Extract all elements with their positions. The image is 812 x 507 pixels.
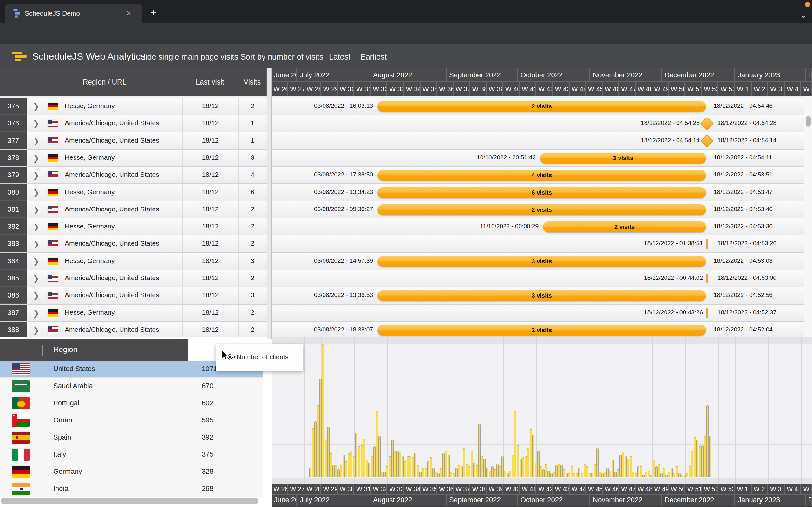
browser-tab[interactable]: ScheduleJS Demo × — [5, 4, 142, 23]
axis-week-W27: W 27 — [288, 82, 305, 96]
visits-bar[interactable]: 3 visits — [377, 256, 706, 267]
visits-value: 2 — [238, 274, 267, 282]
table-row[interactable]: 375❯Hesse, Germany18/12203/08/2022 - 16:… — [0, 98, 804, 115]
menu-item-latest[interactable]: Latest — [329, 52, 351, 61]
expand-chevron-icon[interactable]: ❯ — [33, 291, 39, 300]
milestone-diamond[interactable] — [700, 134, 714, 147]
histogram-bar — [545, 464, 547, 477]
expand-chevron-icon[interactable]: ❯ — [33, 102, 39, 111]
table-row[interactable]: 377❯America/Chicago, United States18/121… — [0, 132, 804, 150]
bar-end-label: 18/12/2022 - 04:53:46 — [714, 206, 804, 213]
clients-count: 1071 — [202, 365, 217, 373]
visits-bar[interactable]: 4 visits — [377, 170, 706, 181]
histogram-bar — [576, 473, 578, 477]
axis-week-W1: W 1 — [735, 82, 752, 96]
milestone-diamond[interactable] — [700, 117, 714, 130]
histogram-bar — [673, 473, 675, 477]
table-row[interactable]: 382❯Hesse, Germany18/12211/10/2022 - 00:… — [0, 218, 804, 236]
expand-chevron-icon[interactable]: ❯ — [33, 257, 39, 266]
histogram-bar — [476, 465, 478, 477]
milestone-start-label: 18/12/2022 - 04:54:28 — [605, 119, 700, 126]
table-row[interactable]: 384❯Hesse, Germany18/12303/08/2022 - 14:… — [0, 253, 804, 270]
visits-bar[interactable]: 2 visits — [377, 101, 706, 112]
expand-chevron-icon[interactable]: ❯ — [33, 154, 39, 163]
region-row-spain[interactable]: Spain392 — [0, 429, 263, 446]
table-row[interactable]: 387❯Hesse, Germany18/12218/12/2022 - 00:… — [0, 304, 804, 322]
visits-bar[interactable]: 2 visits — [377, 205, 706, 215]
axis-bottom-week-W3: W 3 — [768, 484, 785, 495]
table-row[interactable]: 385❯America/Chicago, United States18/122… — [0, 270, 804, 287]
week-gridline — [338, 337, 338, 484]
histogram-bar — [676, 466, 678, 477]
week-gridline — [686, 337, 686, 484]
milestone-end-label: 18/12/2022 - 04:54:14 — [717, 137, 804, 144]
expand-chevron-icon[interactable]: ❯ — [33, 136, 39, 146]
column-header-region-url[interactable]: Region / URL — [27, 68, 183, 96]
horizontal-scrollbar-thumb[interactable] — [1, 498, 258, 504]
table-row[interactable]: 381❯America/Chicago, United States18/122… — [0, 201, 804, 219]
vertical-scrollbar-thumb[interactable] — [806, 116, 811, 127]
menu-item-earliest[interactable]: Earliest — [360, 52, 387, 61]
move-cursor-icon — [219, 349, 236, 366]
axis-bottom-week-W49: W 49 — [653, 484, 669, 495]
milestone-tick[interactable] — [706, 239, 708, 249]
histogram-bar — [378, 436, 380, 477]
expand-chevron-icon[interactable]: ❯ — [33, 171, 39, 180]
region-row-germany[interactable]: Germany328 — [0, 463, 263, 481]
axis-month-2: August 2022 — [370, 68, 447, 82]
expand-chevron-icon[interactable]: ❯ — [33, 326, 39, 335]
milestone-end-label: 18/12/2022 - 04:54:28 — [717, 119, 804, 126]
flag-icon-pt — [12, 397, 30, 409]
tab-close-icon[interactable]: × — [126, 8, 131, 18]
week-gridline — [553, 337, 553, 484]
region-row-saudi-arabia[interactable]: Saudi Arabia670 — [0, 378, 263, 395]
table-row[interactable]: 376❯America/Chicago, United States18/121… — [0, 115, 804, 132]
visits-bar[interactable]: 2 visits — [377, 325, 706, 336]
region-row-portugal[interactable]: Portugal602 — [0, 395, 263, 412]
table-row[interactable]: 378❯Hesse, Germany18/12310/10/2022 - 20:… — [0, 150, 804, 167]
expand-chevron-icon[interactable]: ❯ — [33, 274, 39, 283]
visits-bar[interactable]: 3 visits — [377, 290, 706, 301]
visits-value: 2 — [238, 222, 267, 230]
region-row-italy[interactable]: Italy375 — [0, 446, 263, 463]
chart-top-band — [271, 337, 812, 344]
axis-bottom-week-W43: W 43 — [553, 484, 569, 495]
axis-bottom-week-W34: W 34 — [404, 484, 420, 495]
visits-bar[interactable]: 6 visits — [377, 187, 706, 198]
clients-count: 602 — [202, 399, 213, 407]
table-row[interactable]: 380❯Hesse, Germany18/12603/08/2022 - 13:… — [0, 184, 804, 202]
gantt-grid-rows: 375❯Hesse, Germany18/12203/08/2022 - 16:… — [0, 96, 804, 339]
column-header-last-visit[interactable]: Last visit — [183, 68, 238, 96]
milestone-tick[interactable] — [706, 308, 708, 318]
row-number: 379 — [0, 167, 27, 183]
new-tab-button[interactable]: + — [150, 8, 157, 16]
histogram-bar — [578, 468, 580, 477]
visits-bar[interactable]: 2 visits — [543, 222, 706, 232]
horizontal-gridline — [271, 444, 812, 445]
expand-chevron-icon[interactable]: ❯ — [33, 239, 39, 248]
vertical-scrollbar[interactable] — [804, 96, 812, 339]
table-row[interactable]: 386❯America/Chicago, United States18/123… — [0, 287, 804, 304]
expand-chevron-icon[interactable]: ❯ — [33, 308, 39, 318]
menu-item-sort-by-number-of-visits[interactable]: Sort by number of visits — [241, 52, 323, 61]
expand-chevron-icon[interactable]: ❯ — [33, 188, 39, 197]
expand-chevron-icon[interactable]: ❯ — [33, 119, 39, 128]
visits-bar[interactable]: 3 visits — [540, 153, 706, 164]
tick-start-label: 18/12/2022 - 00:44:02 — [608, 274, 703, 281]
table-row[interactable]: 379❯America/Chicago, United States18/124… — [0, 167, 804, 184]
axis-week-W39: W 39 — [487, 82, 503, 96]
grid-splitter[interactable] — [267, 68, 271, 339]
table-row[interactable]: 383❯America/Chicago, United States18/122… — [0, 235, 804, 253]
milestone-tick[interactable] — [706, 274, 708, 283]
region-row-india[interactable]: India268 — [0, 481, 263, 498]
histogram-bar — [655, 466, 658, 477]
visits-bar-label: 2 visits — [377, 101, 706, 112]
visits-value: 3 — [238, 291, 267, 299]
region-row-oman[interactable]: Oman595 — [0, 412, 263, 429]
menu-item-hide-single-main-page-visits[interactable]: Hide single main page visits — [140, 52, 238, 61]
expand-chevron-icon[interactable]: ❯ — [33, 222, 39, 231]
clients-count: 595 — [202, 416, 213, 424]
tab-search-chevron-icon[interactable]: ⌄ — [800, 10, 807, 20]
column-header-visits[interactable]: Visits — [238, 68, 267, 96]
expand-chevron-icon[interactable]: ❯ — [33, 205, 39, 214]
